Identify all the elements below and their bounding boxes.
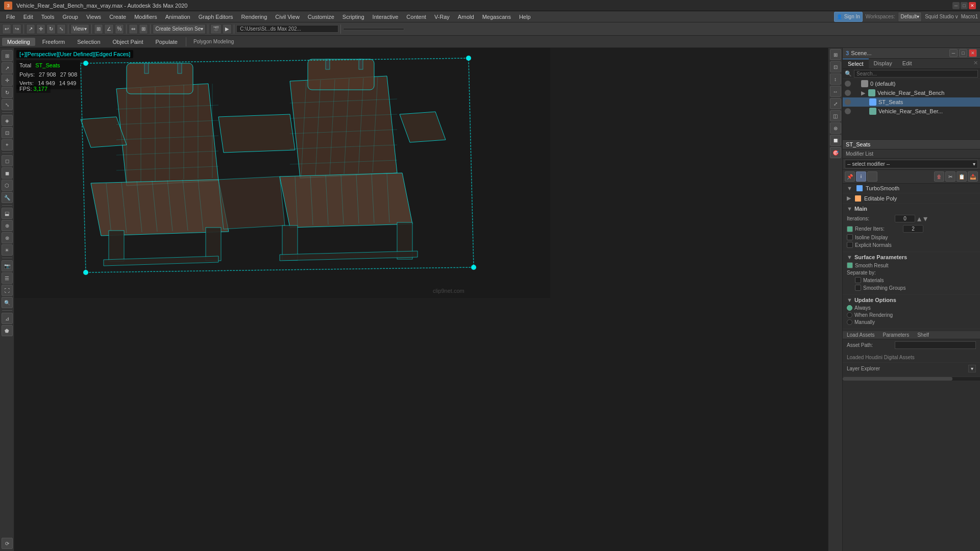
- vp-right-9[interactable]: 🎯: [830, 147, 841, 158]
- copy-mod-btn[interactable]: 📋: [957, 171, 967, 182]
- scene-item-1[interactable]: ▶ Vehicle_Rear_Seat_Bench: [843, 88, 980, 97]
- menu-file[interactable]: File: [2, 13, 19, 21]
- smooth-result-checkbox[interactable]: [847, 262, 853, 268]
- shelf-tab[interactable]: Shelf: [913, 331, 933, 339]
- delete-mod-btn[interactable]: 🗑: [934, 171, 944, 182]
- render-iters-checkbox[interactable]: [847, 226, 853, 232]
- reference-dropdown[interactable]: View ▾: [70, 24, 89, 34]
- modifier-item-epoly[interactable]: ▶ Editable Poly: [843, 193, 980, 204]
- show-in-viewport-btn[interactable]: [867, 171, 877, 182]
- menu-arnold[interactable]: Arnold: [454, 13, 478, 21]
- lt-btn-2[interactable]: ↗: [2, 62, 13, 73]
- iterations-value[interactable]: 0: [895, 215, 915, 222]
- vp-right-2[interactable]: ⊡: [830, 61, 841, 72]
- lt-btn-3[interactable]: ✛: [2, 74, 13, 86]
- snap-toggle[interactable]: ⊞: [94, 24, 103, 34]
- explicit-checkbox[interactable]: [847, 242, 853, 248]
- scene-maximize[interactable]: □: [959, 49, 967, 57]
- eye-0[interactable]: [845, 81, 851, 87]
- smoothing-groups-checkbox[interactable]: [855, 285, 861, 291]
- menu-help[interactable]: Help: [515, 13, 535, 21]
- align-btn[interactable]: ⊞: [139, 24, 148, 34]
- scale-btn[interactable]: ⤡: [57, 24, 66, 34]
- vp-right-7[interactable]: ⊛: [830, 122, 841, 134]
- minimize-btn[interactable]: ─: [952, 2, 960, 9]
- vp-right-6[interactable]: ◫: [830, 110, 841, 121]
- lt-btn-4[interactable]: ↻: [2, 87, 13, 98]
- window-controls[interactable]: ─ □ ✕: [952, 2, 976, 9]
- workspace-selector[interactable]: Default ▾: [898, 12, 922, 22]
- undo-btn[interactable]: ↩: [2, 24, 11, 34]
- named-selection[interactable]: [343, 28, 404, 30]
- menu-civil-view[interactable]: Civil View: [271, 13, 303, 21]
- mode-populate[interactable]: Populate: [150, 38, 182, 46]
- mode-object-paint[interactable]: Object Paint: [108, 38, 149, 46]
- menu-rendering[interactable]: Rendering: [237, 13, 272, 21]
- lt-btn-7[interactable]: ⊡: [2, 127, 13, 138]
- iterations-spinner-up[interactable]: ▴: [917, 214, 921, 223]
- menu-modifiers[interactable]: Modifiers: [130, 13, 161, 21]
- menu-views[interactable]: Views: [82, 13, 105, 21]
- scene-close[interactable]: ✕: [969, 49, 977, 57]
- lt-btn-9[interactable]: ◻: [2, 155, 13, 166]
- lt-btn-15[interactable]: ⊗: [2, 232, 13, 243]
- lt-btn-5[interactable]: ⤡: [2, 99, 13, 110]
- vp-right-5[interactable]: ⤢: [830, 98, 841, 109]
- menu-animation[interactable]: Animation: [161, 13, 194, 21]
- eye-3[interactable]: [845, 108, 851, 114]
- lt-btn-22[interactable]: ⬟: [2, 325, 13, 336]
- scene-close-x[interactable]: ✕: [971, 59, 980, 68]
- maximize-btn[interactable]: □: [961, 2, 968, 9]
- redo-btn[interactable]: ↪: [12, 24, 21, 34]
- scene-item-0[interactable]: 0 (default): [843, 79, 980, 88]
- lt-btn-14[interactable]: ⊕: [2, 220, 13, 231]
- move-btn[interactable]: ✛: [36, 24, 45, 34]
- lt-btn-16[interactable]: ☀: [2, 244, 13, 256]
- scene-tab-display[interactable]: Display: [869, 59, 897, 68]
- vp-right-3[interactable]: ↕: [830, 73, 841, 85]
- menu-content[interactable]: Content: [402, 13, 430, 21]
- mirror-btn[interactable]: ⇔: [129, 24, 138, 34]
- scene-tab-select[interactable]: Select: [843, 59, 869, 68]
- mode-freeform[interactable]: Freeform: [37, 38, 70, 46]
- asset-path-input[interactable]: [895, 341, 976, 349]
- modifier-item-turbosmooth[interactable]: ▼ TurboSmooth: [843, 184, 980, 193]
- menu-group[interactable]: Group: [58, 13, 82, 21]
- lt-btn-12[interactable]: 🔧: [2, 192, 13, 203]
- lt-btn-13[interactable]: ⬓: [2, 208, 13, 219]
- mode-modeling[interactable]: Modeling: [2, 38, 35, 46]
- render-btn[interactable]: ▶: [223, 24, 232, 34]
- render-iters-value[interactable]: 2: [903, 225, 923, 233]
- vp-right-4[interactable]: ↔: [830, 86, 841, 97]
- scene-item-3[interactable]: Vehicle_Rear_Seat_Ber...: [843, 107, 980, 116]
- scene-tab-edit[interactable]: Edit: [897, 59, 917, 68]
- lt-btn-1[interactable]: ⊞: [2, 50, 13, 61]
- render-setup-btn[interactable]: 🎬: [210, 24, 222, 34]
- menu-scripting[interactable]: Scripting: [338, 13, 369, 21]
- viewport[interactable]: [+][Perspective][User Defined][Edged Fac…: [14, 48, 842, 551]
- mode-selection[interactable]: Selection: [72, 38, 105, 46]
- menu-tools[interactable]: Tools: [37, 13, 59, 21]
- parameters-tab[interactable]: Parameters: [878, 331, 913, 339]
- menu-edit[interactable]: Edit: [19, 13, 37, 21]
- menu-create[interactable]: Create: [105, 13, 130, 21]
- load-assets-tab[interactable]: Load Assets: [843, 331, 878, 339]
- cut-mod-btn[interactable]: ✂: [945, 171, 955, 182]
- lt-btn-21[interactable]: ⊿: [2, 313, 13, 324]
- lt-btn-6[interactable]: ◈: [2, 115, 13, 126]
- scene-minimize[interactable]: ─: [949, 49, 958, 57]
- lt-btn-18[interactable]: ☰: [2, 272, 13, 284]
- iterations-spinner-down[interactable]: ▾: [923, 214, 927, 223]
- vp-right-8[interactable]: 🔲: [830, 135, 841, 146]
- sign-in-btn[interactable]: 👤Sign In: [834, 12, 863, 22]
- percent-snap[interactable]: %: [115, 24, 125, 34]
- vp-right-1[interactable]: ⊞: [830, 49, 841, 60]
- scene-search-input[interactable]: [854, 70, 978, 78]
- panel-scrollbar[interactable]: [843, 377, 980, 381]
- menu-megascans[interactable]: Megascans: [478, 13, 515, 21]
- lt-btn-8[interactable]: ⌖: [2, 139, 13, 151]
- menu-vray[interactable]: V-Ray: [430, 13, 454, 21]
- show-result-btn[interactable]: i: [856, 171, 866, 182]
- materials-checkbox[interactable]: [855, 277, 861, 283]
- eye-1[interactable]: [845, 90, 851, 96]
